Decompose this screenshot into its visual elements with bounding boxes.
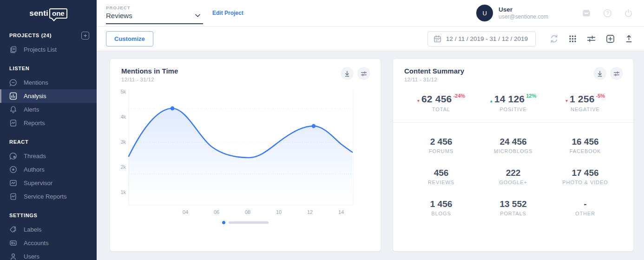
threads-icon — [9, 152, 17, 160]
sidebar-item-labels[interactable]: Labels — [0, 223, 97, 236]
sidebar-item-reports[interactable]: Reports — [0, 116, 97, 130]
add-project-button[interactable]: + — [81, 32, 89, 40]
sidebar-item-threads[interactable]: Threads — [0, 149, 97, 163]
projects-list-icon — [9, 46, 17, 53]
app-root: senti one PROJECTS (24) + Projects List … — [0, 0, 644, 260]
source-label: OTHER — [549, 211, 621, 216]
pagination-dot[interactable] — [222, 221, 225, 224]
sidebar-item-label: Alerts — [24, 106, 39, 113]
sidebar-item-users[interactable]: Users — [0, 250, 97, 260]
kpi-positive: ▴ 14 126 12% POSITIVE — [477, 93, 549, 112]
sidebar-item-label: Accounts — [24, 240, 48, 247]
toolbar: Customize 12 / 11 / 2019 - 31 / 12 / 201… — [97, 27, 644, 51]
y-tick-label: 3k — [120, 139, 126, 145]
sidebar-item-service-reports[interactable]: Service Reports — [0, 190, 97, 203]
sidebar-item-label: Users — [24, 253, 39, 260]
date-range-picker[interactable]: 12 / 11 / 2019 - 31 / 12 / 2019 — [427, 31, 536, 47]
sidebar-header-react: REACT — [0, 136, 97, 147]
add-widget-icon[interactable] — [606, 34, 615, 43]
sidebar-item-supervisor[interactable]: Supervisor — [0, 176, 97, 190]
summary-settings-button[interactable] — [610, 67, 623, 80]
source-forums: 2 456 FORUMS — [405, 137, 477, 154]
inbox-icon[interactable] — [582, 9, 591, 17]
pagination-scrollbar[interactable] — [229, 221, 269, 224]
source-label: PORTALS — [477, 211, 549, 216]
sidebar-group-listen: LISTEN Mentions Analysis Alerts — [0, 63, 97, 130]
chart-settings-button[interactable] — [357, 67, 370, 80]
source-other: - OTHER — [549, 199, 621, 216]
sidebar-item-label: Authors — [24, 166, 45, 173]
user-email: user@sentione.com — [499, 13, 548, 20]
card-date-range: 12/11 - 31/12 — [121, 77, 178, 82]
sidebar-item-authors[interactable]: Authors — [0, 163, 97, 176]
data-point-marker[interactable] — [312, 124, 316, 128]
chevron-down-icon — [195, 14, 200, 17]
source-value: 17 456 — [549, 168, 621, 178]
grid-icon[interactable] — [569, 35, 577, 43]
sidebar-group-react: REACT Threads Authors Supervisor — [0, 136, 97, 203]
dashboard-content: Mentions in Time 12/11 - 31/12 — [97, 51, 644, 260]
x-tick-label: 08 — [245, 209, 250, 215]
help-icon[interactable]: ? — [603, 9, 612, 18]
source-photo-video: 17 456 PHOTO & VIDEO — [549, 168, 621, 185]
main-area: PROJECT Reviews Edit Project U User user… — [97, 0, 644, 260]
project-select-dropdown[interactable]: PROJECT Reviews — [106, 2, 203, 24]
analysis-icon — [9, 92, 17, 100]
y-tick-label: 5k — [120, 89, 126, 94]
mentions-chart[interactable]: 5k 4k 3k 2k 1k 04 06 08 10 — [118, 86, 376, 218]
sidebar-header-label: REACT — [9, 139, 28, 145]
edit-project-link[interactable]: Edit Project — [212, 10, 243, 16]
kpi-negative: ▾ 1 256 -5% NEGATIVE — [549, 93, 621, 112]
source-value: 16 456 — [549, 137, 621, 147]
sidebar-header-projects: PROJECTS (24) + — [0, 30, 97, 41]
supervisor-icon — [9, 179, 17, 187]
sidebar-item-mentions[interactable]: Mentions — [0, 76, 97, 89]
project-eyebrow-label: PROJECT — [106, 5, 203, 10]
user-menu[interactable]: U User user@sentione.com — [476, 5, 548, 21]
download-summary-button[interactable] — [593, 67, 606, 80]
kpi-change: -24% — [453, 93, 465, 99]
x-tick-label: 10 — [276, 209, 282, 215]
customize-button[interactable]: Customize — [106, 31, 153, 47]
refresh-icon[interactable] — [550, 34, 559, 43]
accounts-icon — [9, 239, 17, 247]
x-tick-label: 04 — [183, 209, 188, 215]
reports-icon — [9, 119, 17, 127]
sidebar-header-settings: SETTINGS — [0, 210, 97, 221]
sidebar-item-label: Labels — [24, 226, 41, 233]
kpi-change: -5% — [596, 93, 605, 99]
source-label: MICROBLOGS — [477, 148, 549, 154]
filters-icon — [613, 71, 620, 77]
x-tick-label: 12 — [307, 209, 313, 215]
export-icon[interactable] — [625, 34, 633, 43]
filters-icon[interactable] — [587, 35, 596, 43]
sidebar-item-analysis[interactable]: Analysis — [0, 89, 97, 103]
sidebar-item-projects-list[interactable]: Projects List — [0, 43, 97, 56]
sidebar-header-label: LISTEN — [9, 66, 29, 71]
sources-grid: 2 456 FORUMS 24 456 MICROBLOGS 16 456 FA… — [393, 123, 633, 216]
sidebar: senti one PROJECTS (24) + Projects List … — [0, 0, 97, 260]
mentions-in-time-card: Mentions in Time 12/11 - 31/12 — [110, 59, 381, 251]
user-name: User — [499, 6, 548, 13]
labels-icon — [9, 226, 17, 233]
source-value: - — [549, 199, 621, 209]
source-label: PHOTO & VIDEO — [549, 180, 621, 185]
chart-pagination — [110, 221, 381, 224]
selected-project-name: Reviews — [106, 12, 132, 20]
sidebar-item-accounts[interactable]: Accounts — [0, 236, 97, 250]
kpi-value: 1 256 — [570, 93, 595, 105]
source-label: FACEBOOK — [549, 148, 621, 154]
power-icon[interactable] — [624, 9, 633, 18]
source-value: 1 456 — [405, 199, 477, 209]
sidebar-item-label: Projects List — [24, 46, 57, 53]
data-point-marker[interactable] — [171, 107, 175, 111]
sidebar-item-alerts[interactable]: Alerts — [0, 103, 97, 116]
topbar-icons: ? — [582, 9, 633, 18]
content-summary-card: Content Summary 12/11 - 31/12 — [393, 59, 633, 251]
download-chart-button[interactable] — [341, 67, 354, 80]
calendar-icon — [434, 35, 441, 43]
y-tick-label: 1k — [120, 189, 126, 195]
sentione-logo[interactable]: senti one — [0, 8, 97, 19]
date-range-text: 12 / 11 / 2019 - 31 / 12 / 2019 — [446, 35, 528, 42]
authors-icon — [9, 166, 17, 173]
